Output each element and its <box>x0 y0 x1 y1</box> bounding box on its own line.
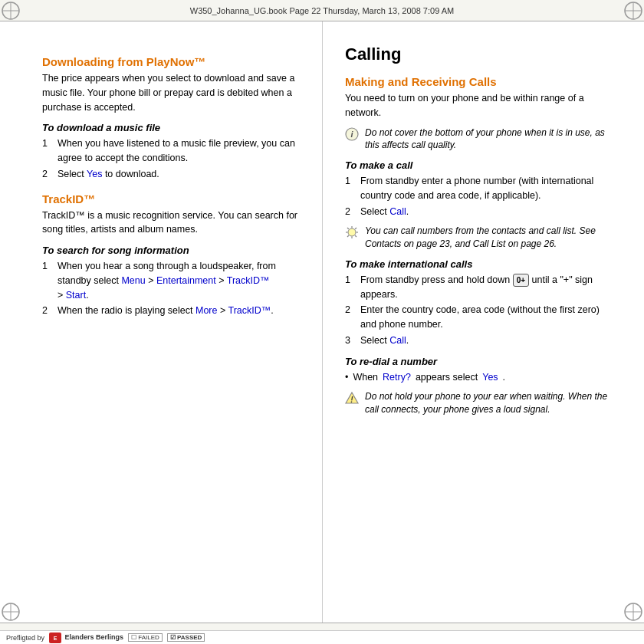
retry-link[interactable]: Retry? <box>383 370 411 385</box>
note-text-1: Do not cover the bottom of your phone wh… <box>365 127 613 153</box>
left-column: Downloading from PlayNow™ The price appe… <box>0 21 322 623</box>
trackid-body: TrackID™ is a music recognition service.… <box>42 209 307 238</box>
downloading-title: Downloading from PlayNow™ <box>42 55 307 68</box>
redial-list: When Retry? appears select Yes. <box>345 370 613 385</box>
download-sub: To download a music file <box>42 122 307 133</box>
svg-line-21 <box>355 228 356 229</box>
menu-link[interactable]: Menu <box>121 275 145 286</box>
download-step-1: 1 When you have listened to a music file… <box>42 136 307 166</box>
note-icon-1: i <box>345 127 359 141</box>
downloading-body: The price appears when you select to dow… <box>42 71 307 114</box>
svg-line-22 <box>347 235 349 237</box>
intl-step-1: 1 From standby press and hold down 0+ un… <box>345 273 613 302</box>
corner-tr <box>623 0 644 21</box>
start-link[interactable]: Start <box>66 290 86 301</box>
intl-sub: To make international calls <box>345 258 613 270</box>
tip-icon <box>345 225 359 239</box>
svg-text:E: E <box>54 636 58 641</box>
note-box-2: You can call numbers from the contacts a… <box>345 225 613 251</box>
search-step-2: 2 When the radio is playing select More … <box>42 304 307 318</box>
elanders-logo: E Elanders Berlings <box>49 632 123 643</box>
svg-line-19 <box>347 228 349 229</box>
making-body: You need to turn on your phone and be wi… <box>345 91 613 120</box>
call-link-1[interactable]: Call <box>389 206 406 217</box>
trackid-link-1[interactable]: TrackID™ <box>227 275 270 286</box>
zero-plus-key: 0+ <box>513 274 529 287</box>
make-call-step-1: 1 From standby enter a phone number (wit… <box>345 174 613 203</box>
trackid-link-2[interactable]: TrackID™ <box>228 305 271 316</box>
make-call-step-2: 2 Select Call. <box>345 205 613 219</box>
passed-badge: ☑ PASSED <box>167 633 205 642</box>
preflight-text: Prefligted by <box>6 634 44 642</box>
intl-steps-list: 1 From standby press and hold down 0+ un… <box>345 273 613 348</box>
make-call-sub: To make a call <box>345 159 613 171</box>
download-step-2: 2 Select Yes to download. <box>42 167 307 182</box>
yes-link-download[interactable]: Yes <box>87 169 102 179</box>
note-box-1: i Do not cover the bottom of your phone … <box>345 127 613 153</box>
corner-tl <box>0 0 21 21</box>
make-call-steps-list: 1 From standby enter a phone number (wit… <box>345 174 613 219</box>
download-steps-list: 1 When you have listened to a music file… <box>42 136 307 181</box>
failed-badge: ☐ FAILED <box>128 633 163 642</box>
yes-link-redial[interactable]: Yes <box>482 370 498 385</box>
warning-box: ! Do not hold your phone to your ear whe… <box>345 390 613 416</box>
calling-title: Calling <box>345 44 613 64</box>
redial-sub: To re-dial a number <box>345 356 613 367</box>
warning-icon: ! <box>345 391 359 405</box>
svg-point-14 <box>348 228 356 236</box>
warning-text: Do not hold your phone to your ear when … <box>365 390 613 416</box>
right-column: Calling Making and Receiving Calls You n… <box>322 21 644 623</box>
note-text-2: You can call numbers from the contacts a… <box>365 225 613 251</box>
making-title: Making and Receiving Calls <box>345 75 613 88</box>
search-steps-list: 1 When you hear a song through a loudspe… <box>42 259 307 318</box>
intl-step-3: 3 Select Call. <box>345 334 613 348</box>
redial-item: When Retry? appears select Yes. <box>345 370 613 385</box>
search-sub: To search for song information <box>42 245 307 256</box>
call-link-2[interactable]: Call <box>389 335 406 346</box>
svg-line-20 <box>355 235 356 237</box>
search-step-1: 1 When you hear a song through a loudspe… <box>42 259 307 302</box>
top-bar: W350_Johanna_UG.book Page 22 Thursday, M… <box>0 0 644 21</box>
top-bar-text: W350_Johanna_UG.book Page 22 Thursday, M… <box>190 6 454 15</box>
intl-step-2: 2 Enter the country code, area code (wit… <box>345 303 613 332</box>
main-content: Downloading from PlayNow™ The price appe… <box>0 21 644 623</box>
more-link[interactable]: More <box>196 305 217 316</box>
trackid-title: TrackID™ <box>42 192 307 205</box>
preflight-bar: Prefligted by E Elanders Berlings ☐ FAIL… <box>0 630 644 644</box>
entertainment-link[interactable]: Entertainment <box>156 275 216 286</box>
